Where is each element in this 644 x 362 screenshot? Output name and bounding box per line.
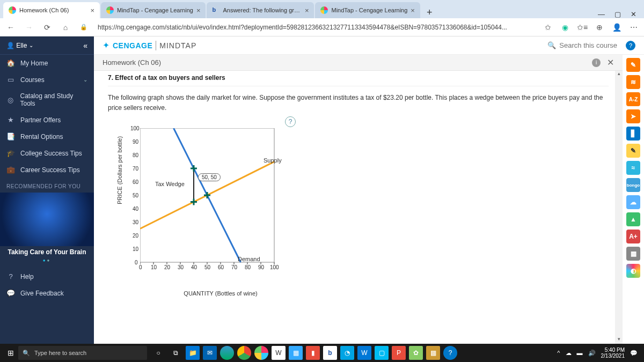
rail-highlight[interactable]: ✎: [626, 144, 640, 158]
scroll-up-icon[interactable]: ▴: [615, 71, 623, 78]
cortana-icon[interactable]: ○: [151, 346, 165, 360]
rail-flashcards[interactable]: ➤: [626, 109, 640, 123]
collapse-sidebar-icon[interactable]: «: [83, 41, 87, 50]
tray-chevron-icon[interactable]: ^: [557, 350, 560, 356]
sidebar-item-rental[interactable]: 📑Rental Options: [0, 128, 94, 145]
word-icon[interactable]: W: [357, 346, 371, 360]
chevron-down-icon: ⌄: [83, 77, 87, 83]
taskbar-search[interactable]: 🔍 Type here to search: [18, 346, 147, 360]
new-tab-button[interactable]: +: [421, 7, 438, 18]
sidebar-item-college[interactable]: 🎓College Success Tips: [0, 145, 94, 161]
tab-close-icon[interactable]: ×: [90, 6, 94, 14]
forward-button[interactable]: →: [23, 23, 35, 32]
x-tick: 20: [164, 264, 170, 270]
app-icon[interactable]: ✿: [409, 346, 423, 360]
question-title: 7. Effect of a tax on buyers and sellers: [108, 71, 609, 86]
tab-title: MindTap - Cengage Learning: [117, 7, 193, 13]
tracking-icon[interactable]: ✩: [542, 23, 554, 32]
back-button[interactable]: ←: [4, 23, 17, 32]
edge-icon[interactable]: [220, 346, 234, 360]
sidebar-item-career[interactable]: 💼Career Success Tips: [0, 161, 94, 178]
rail-bongo[interactable]: bongo: [626, 178, 640, 192]
grammarly-icon[interactable]: ◉: [559, 23, 571, 32]
help-icon[interactable]: ?: [626, 41, 635, 50]
chrome-icon[interactable]: [237, 346, 251, 360]
rail-print[interactable]: ▦: [626, 247, 640, 261]
scroll-down-icon[interactable]: ▾: [615, 336, 623, 344]
rail-highlighter[interactable]: ✎: [626, 58, 640, 72]
more-icon[interactable]: ⋯: [628, 23, 640, 32]
sidebar: 🏠My Home ▭Courses⌄ ◎Catalog and Study To…: [0, 55, 94, 344]
recommended-card[interactable]: [0, 193, 94, 246]
tab-close-icon[interactable]: ×: [411, 6, 415, 14]
volume-icon[interactable]: 🔊: [588, 350, 596, 357]
windows-taskbar: ⊞ 🔍 Type here to search ○ ⧉ 📁 ✉ W ▦ ▮ b …: [0, 344, 644, 362]
browser-tab[interactable]: MindTap - Cengage Learning ×: [315, 2, 420, 18]
start-button[interactable]: ⊞: [3, 349, 18, 357]
explorer-icon[interactable]: 📁: [186, 346, 200, 360]
window-maximize-icon[interactable]: ▢: [614, 10, 621, 18]
powerpoint-icon[interactable]: P: [392, 346, 406, 360]
tab-close-icon[interactable]: ×: [305, 6, 309, 14]
sidebar-item-home[interactable]: 🏠My Home: [0, 55, 94, 71]
rail-drive[interactable]: ▲: [626, 212, 640, 226]
app-icon[interactable]: ▮: [306, 346, 320, 360]
app-icon[interactable]: ▢: [375, 346, 389, 360]
battery-icon[interactable]: ▬: [577, 350, 583, 356]
help-icon[interactable]: ?: [443, 346, 457, 360]
url-text[interactable]: https://ng.cengage.com/static/nb/ui/evo/…: [98, 24, 537, 31]
sidebar-item-catalog[interactable]: ◎Catalog and Study Tools: [0, 88, 94, 112]
mail-icon[interactable]: ✉: [203, 346, 217, 360]
x-tick: 100: [270, 264, 279, 270]
rail-grades[interactable]: A+: [626, 230, 640, 243]
rail-glossary[interactable]: A-Z: [626, 92, 640, 106]
supply-label: Supply: [264, 157, 282, 164]
browser-tab-active[interactable]: Homework (Ch 06) ×: [3, 2, 100, 18]
browser-tab[interactable]: b Answered: The following graph s ×: [207, 2, 314, 18]
scrollbar[interactable]: ▴ ▾: [615, 71, 623, 344]
tab-close-icon[interactable]: ×: [196, 6, 201, 14]
search-icon: 🔍: [23, 350, 30, 357]
info-icon[interactable]: i: [592, 58, 601, 67]
app-icon[interactable]: ◔: [340, 346, 354, 360]
carousel-dots[interactable]: ●●: [0, 256, 94, 268]
clock[interactable]: 5:40 PM 2/13/2021: [601, 347, 625, 359]
sidebar-item-help[interactable]: ?Help: [0, 268, 94, 285]
x-tick: 10: [151, 264, 157, 270]
word-icon[interactable]: W: [272, 346, 286, 360]
wedge-label: Tax Wedge: [155, 181, 185, 187]
course-search[interactable]: 🔍 Search this course: [547, 41, 617, 49]
home-button[interactable]: ⌂: [59, 23, 72, 32]
date: 2/13/2021: [601, 353, 625, 359]
profile-icon[interactable]: 👤: [611, 23, 623, 32]
app-icon[interactable]: ▩: [426, 346, 440, 360]
rail-more[interactable]: ◐: [626, 264, 640, 278]
window-minimize-icon[interactable]: —: [598, 10, 605, 18]
user-menu[interactable]: 👤 Elle ⌄ «: [0, 36, 94, 55]
rail-rss[interactable]: ≋: [626, 75, 640, 89]
rail-audio[interactable]: ≈: [626, 161, 640, 175]
app-icon[interactable]: ▦: [289, 346, 303, 360]
sidebar-item-offers[interactable]: ★Partner Offers: [0, 112, 94, 128]
y-tick: 70: [133, 166, 138, 172]
chart-help-icon[interactable]: ?: [285, 116, 296, 127]
chart-svg[interactable]: [140, 128, 280, 268]
sidebar-item-feedback[interactable]: 💬Give Feedback: [0, 285, 94, 301]
cengage-icon[interactable]: [254, 346, 268, 360]
y-tick: 60: [133, 179, 138, 185]
window-close-icon[interactable]: ✕: [631, 10, 636, 18]
onedrive-icon[interactable]: ☁: [566, 350, 572, 357]
bartleby-icon[interactable]: b: [323, 346, 337, 360]
sidebar-item-courses[interactable]: ▭Courses⌄: [0, 71, 94, 88]
rail-notes[interactable]: ▋: [626, 127, 640, 141]
close-icon[interactable]: ✕: [607, 57, 614, 68]
refresh-button[interactable]: ⟳: [41, 23, 54, 32]
notifications-icon[interactable]: 💬: [630, 350, 638, 357]
rail-cloud[interactable]: ☁: [626, 195, 640, 209]
sidebar-item-label: Catalog and Study Tools: [20, 92, 87, 107]
x-tick: 80: [245, 264, 251, 270]
browser-tab[interactable]: MindTap - Cengage Learning ×: [101, 2, 206, 18]
collections-icon[interactable]: ⊕: [594, 23, 605, 32]
taskview-icon[interactable]: ⧉: [169, 346, 182, 360]
favorites-icon[interactable]: ✩≡: [576, 23, 588, 32]
